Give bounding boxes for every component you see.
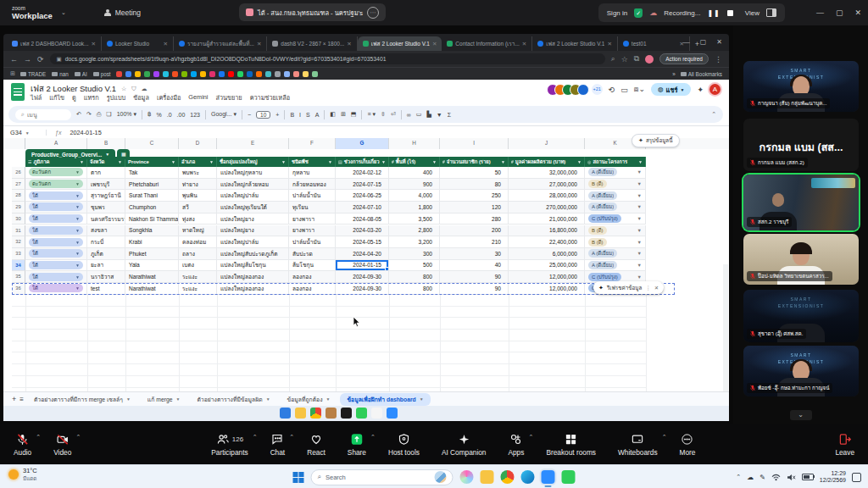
cell-members[interactable]: 250 xyxy=(440,190,509,202)
cell-area[interactable]: 1,800 xyxy=(389,202,440,214)
cell-members[interactable]: 40 xyxy=(440,260,509,272)
taskbar-search-input[interactable]: ⌕ Search xyxy=(311,469,453,485)
column-header-B[interactable]: B xyxy=(87,138,125,149)
decrease-font-icon[interactable]: − xyxy=(248,112,251,118)
filter-dropdown-icon[interactable]: ▼ xyxy=(118,159,122,164)
gemini-sparkle-icon[interactable]: ✦ xyxy=(697,86,704,94)
edge-taskbar-icon[interactable] xyxy=(521,470,535,484)
v-align-icon[interactable]: ⇳ xyxy=(381,111,386,118)
cell-value[interactable]: 27,000,000 xyxy=(509,179,585,191)
column-header-H[interactable]: H xyxy=(389,138,440,149)
column-header-J[interactable]: J xyxy=(509,138,585,149)
bookmark-favicon-icon[interactable] xyxy=(144,71,150,77)
formula-value[interactable]: 2024-01-15 xyxy=(70,129,101,136)
cell-crop[interactable]: ยางพารา xyxy=(289,214,336,225)
cell-value[interactable]: 6,000,000 xyxy=(509,248,585,260)
cell-province_en[interactable]: Narathiwat xyxy=(125,271,179,283)
sheet-tab-menu-icon[interactable]: ▼ xyxy=(126,396,131,402)
region-chip[interactable]: ใต้▼ xyxy=(29,214,83,223)
region-chip[interactable]: ใต้▼ xyxy=(29,273,83,281)
toolbar-react[interactable]: React xyxy=(307,431,326,457)
status-chip[interactable]: C (ปรับปรุง) xyxy=(588,273,621,281)
column-header-D[interactable]: D xyxy=(179,138,217,149)
table-row[interactable]: ตะวันตก▼เพชรบุรีPhetchaburiท่ายางแปลงใหญ… xyxy=(25,179,646,191)
cell-harvest[interactable]: 2024-03-20 xyxy=(336,225,389,237)
menu-ส่วนขยาย[interactable]: ส่วนขยาย xyxy=(215,93,242,103)
more-options-icon[interactable]: ⋯ xyxy=(367,7,379,19)
row-number[interactable]: 26 xyxy=(12,167,25,179)
undo-icon[interactable]: ↶ xyxy=(76,111,81,118)
cell-value[interactable]: 12,000,000 xyxy=(509,283,585,295)
user-avatar[interactable]: A xyxy=(709,84,721,95)
bookmark-favicon-icon[interactable] xyxy=(247,71,253,77)
cell-crop[interactable]: ทุเรียน xyxy=(289,202,336,214)
cell-region[interactable]: ใต้▼ xyxy=(25,236,87,248)
cell-crop[interactable]: ลองกอง xyxy=(289,271,336,283)
decrease-decimal-icon[interactable]: .0 xyxy=(167,112,172,118)
status-chip[interactable]: A (ดีเยี่ยม) xyxy=(588,249,617,258)
notion-taskbar-icon[interactable] xyxy=(371,408,382,419)
row-number[interactable]: 27 xyxy=(12,179,25,191)
cell-status[interactable]: C (ปรับปรุง)▼ xyxy=(585,214,646,225)
browser-tab[interactable]: dash8 V2 - 2867 × 1800...✕ xyxy=(267,36,357,51)
minimize-button[interactable]: — xyxy=(816,8,824,17)
column-header-I[interactable]: I xyxy=(440,138,509,149)
cell-group[interactable]: แปลงใหญ่สับปะรดภูเก็ต xyxy=(217,248,289,260)
row-number[interactable]: 31 xyxy=(12,225,25,237)
row-number[interactable]: 29 xyxy=(12,202,25,214)
cell-district[interactable]: ระแงะ xyxy=(179,271,217,283)
bookmark-favicon-icon[interactable] xyxy=(116,71,122,77)
cell-harvest[interactable]: 2024-05-15 xyxy=(336,236,389,248)
participant-tile[interactable]: SMARTEXTENSIONISTพ้อยซ์ -อุ๊- กษอ.ท่ามะก… xyxy=(743,346,859,396)
cell-district[interactable]: คลองท่อม xyxy=(179,236,217,248)
table-column-header[interactable]: ชนิดพืช▼ xyxy=(289,157,336,167)
bookmark-folder[interactable]: TRADE xyxy=(20,71,46,77)
table-row[interactable]: ใต้▼ภูเก็ตPhuketถลางแปลงใหญ่สับปะรดภูเก็… xyxy=(25,248,646,260)
zoom-taskbar-icon[interactable] xyxy=(542,470,555,484)
menu-รูปแบบ[interactable]: รูปแบบ xyxy=(107,93,126,103)
filter-dropdown-icon[interactable]: ▼ xyxy=(209,159,214,164)
sign-in-button[interactable]: Sign in xyxy=(607,9,627,17)
version-history-icon[interactable]: ⟲ xyxy=(609,86,615,94)
cell-district[interactable]: สวี xyxy=(179,202,217,214)
cell-district[interactable]: ท่ายาง xyxy=(179,179,217,191)
sheet-tab[interactable]: ข้อมูลที่ถูกต้อง▼ xyxy=(281,393,337,406)
toolbar-video[interactable]: Video⌃ xyxy=(53,431,71,457)
participant-tile[interactable]: SMARTEXTENSIONISTกาญจนา (ส้ม) กลุ่มพัฒนา… xyxy=(743,61,859,112)
row-number[interactable]: 35 xyxy=(12,271,25,283)
vertical-scrollbar[interactable] xyxy=(723,264,728,391)
filter-dropdown-icon[interactable]: ▼ xyxy=(328,159,332,164)
toolbar-ai-companion[interactable]: AI Companion xyxy=(442,431,487,457)
camera-taskbar-icon[interactable] xyxy=(326,408,337,419)
cell-members[interactable]: 120 xyxy=(440,202,509,214)
menu-แก้ไข[interactable]: แก้ไข xyxy=(49,93,64,103)
borders-icon[interactable]: ⊞ xyxy=(341,111,346,118)
cell-area[interactable]: 500 xyxy=(389,260,440,272)
status-chip[interactable]: B (ดี) xyxy=(588,226,607,235)
cell-area[interactable]: 900 xyxy=(389,179,440,191)
sheet-tab[interactable]: ข้อมูลเพื่อฝึกทำ dashboard▼ xyxy=(340,393,430,406)
browser-maximize-button[interactable]: ▢ xyxy=(700,38,707,46)
status-chip[interactable]: C (ปรับปรุง) xyxy=(588,214,621,223)
maximize-button[interactable]: ▢ xyxy=(836,8,843,17)
reload-icon[interactable]: ⟳ xyxy=(37,55,44,64)
status-dropdown-icon[interactable]: ▼ xyxy=(637,274,642,280)
filter-dropdown-icon[interactable]: ▼ xyxy=(381,159,386,164)
cell-province_en[interactable]: Phuket xyxy=(125,248,179,260)
panel-more-chevron-icon[interactable]: ⌄ xyxy=(790,410,812,420)
bookmark-folder[interactable]: post xyxy=(93,71,111,77)
participant-tile[interactable]: สสก.2 ราชบุรี xyxy=(743,175,859,230)
cell-province_th[interactable]: เพชรบุรี xyxy=(87,179,125,191)
cell-value[interactable]: 270,000,000 xyxy=(509,202,585,214)
print-icon[interactable]: ⎙ xyxy=(97,111,102,118)
chevron-up-icon[interactable]: ⌃ xyxy=(253,434,258,441)
link-icon[interactable]: ∞ xyxy=(407,112,411,118)
filter-dropdown-icon[interactable]: ▼ xyxy=(171,159,175,164)
cell-province_th[interactable]: สุราษฎร์ธานี xyxy=(87,190,125,202)
fill-color-icon[interactable]: ◧ xyxy=(330,111,336,118)
battery-icon[interactable] xyxy=(802,474,814,480)
bookmark-favicon-icon[interactable] xyxy=(312,71,318,77)
cell-region[interactable]: ตะวันตก▼ xyxy=(25,167,87,179)
cell-value[interactable]: 16,800,000 xyxy=(509,225,585,237)
cell-province_en[interactable]: Yala xyxy=(125,260,179,272)
